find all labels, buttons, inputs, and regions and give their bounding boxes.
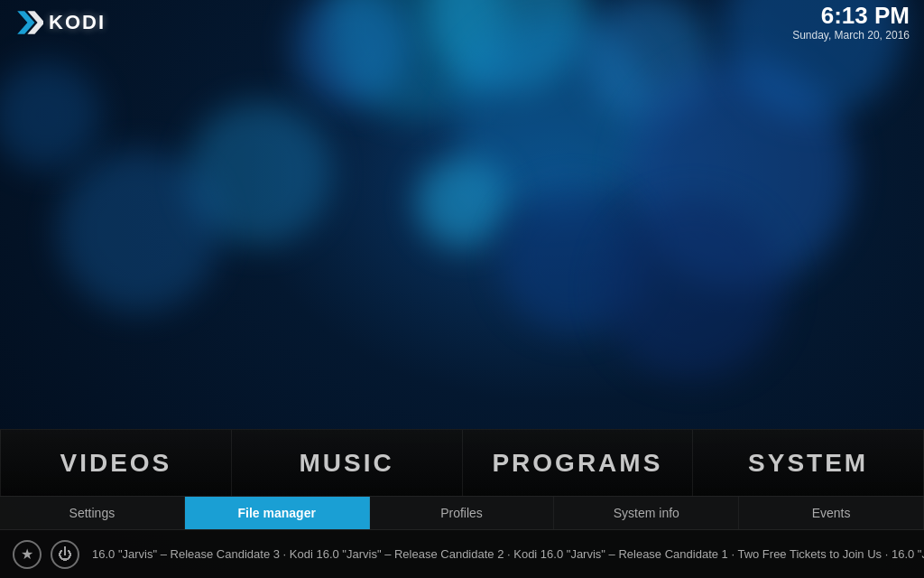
power-button[interactable]: ⏻ xyxy=(51,540,79,569)
sub-nav: Settings File manager Profiles System in… xyxy=(0,497,924,529)
nav-item-system[interactable]: SYSTEM xyxy=(693,430,924,496)
star-icon: ★ xyxy=(21,545,33,563)
sub-nav-events[interactable]: Events xyxy=(739,497,924,529)
sub-nav-file-manager-label: File manager xyxy=(238,506,316,520)
favorites-button[interactable]: ★ xyxy=(13,540,42,569)
app-title: KODI xyxy=(49,11,106,34)
top-bar: KODI 6:13 PM Sunday, March 20, 2016 xyxy=(0,0,924,45)
nav-item-music[interactable]: MUSIC xyxy=(232,430,463,496)
nav-label-videos: VIDEOS xyxy=(60,449,171,478)
main-nav: VIDEOS MUSIC PROGRAMS SYSTEM xyxy=(0,429,924,497)
sub-nav-system-info-label: System info xyxy=(614,506,679,520)
nav-item-programs[interactable]: PROGRAMS xyxy=(463,430,694,496)
logo-area: KODI xyxy=(14,8,106,37)
clock-date: Sunday, March 20, 2016 xyxy=(792,29,910,42)
nav-label-music: MUSIC xyxy=(300,449,394,478)
bokeh-circle xyxy=(603,199,783,379)
nav-label-system: SYSTEM xyxy=(748,449,868,478)
sub-nav-system-info[interactable]: System info xyxy=(554,497,739,529)
clock-area: 6:13 PM Sunday, March 20, 2016 xyxy=(792,4,910,42)
sub-nav-profiles[interactable]: Profiles xyxy=(370,497,555,529)
nav-item-videos[interactable]: VIDEOS xyxy=(0,430,232,496)
bokeh-circle xyxy=(0,61,100,170)
power-icon: ⏻ xyxy=(58,546,72,563)
bokeh-circle xyxy=(58,150,220,312)
kodi-logo-icon xyxy=(14,8,43,37)
bokeh-circle xyxy=(417,157,507,247)
clock-time: 6:13 PM xyxy=(792,4,910,27)
nav-label-programs: PROGRAMS xyxy=(492,449,662,478)
sub-nav-settings-label: Settings xyxy=(69,506,116,520)
news-ticker: 16.0 "Jarvis" – Release Candidate 3 · Ko… xyxy=(92,547,924,561)
bottom-bar: ★ ⏻ 16.0 "Jarvis" – Release Candidate 3 … xyxy=(0,529,924,578)
bottom-icons: ★ ⏻ xyxy=(0,540,92,569)
sub-nav-profiles-label: Profiles xyxy=(440,506,483,520)
sub-nav-settings[interactable]: Settings xyxy=(0,497,185,529)
sub-nav-events-label: Events xyxy=(812,506,851,520)
ticker-content: 16.0 "Jarvis" – Release Candidate 3 · Ko… xyxy=(92,547,924,561)
sub-nav-file-manager[interactable]: File manager xyxy=(185,497,370,529)
